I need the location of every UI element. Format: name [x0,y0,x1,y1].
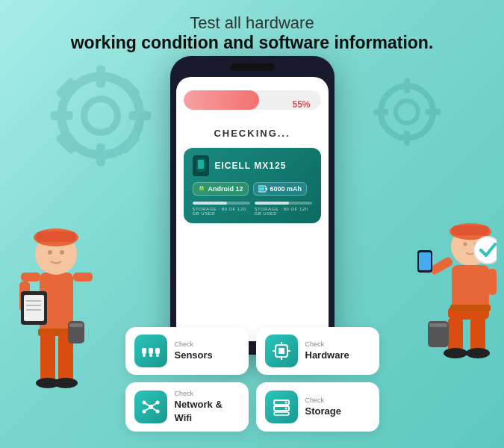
svg-rect-44 [488,269,497,295]
network-check-label: Check [175,390,240,397]
svg-rect-12 [404,78,410,93]
phone-frame: 55% CHECKING... EICELL MX125 [170,56,335,355]
hardware-icon-box [265,335,298,367]
card-sensors[interactable]: Check Sensors [125,327,249,375]
svg-point-40 [464,243,467,246]
svg-rect-29 [73,273,93,281]
svg-point-52 [474,237,497,264]
svg-rect-36 [69,323,83,327]
progress-bar-fill [184,90,259,110]
header-line1: Test all hardware [0,13,504,33]
svg-rect-31 [40,332,55,385]
svg-rect-2 [96,66,105,88]
svg-rect-53 [450,305,491,311]
svg-point-83 [142,410,146,414]
svg-rect-87 [274,412,289,415]
sensors-title: Sensors [175,349,213,361]
network-text: Check Network & Wifi [175,390,240,424]
phone-screen: 55% CHECKING... EICELL MX125 [176,77,329,341]
mini-progress-1 [193,202,250,205]
svg-rect-66 [155,348,160,354]
bg-gear-1 [45,60,157,172]
storage-row: STORAGE : 80 OF 120 GB USED STORAGE : 80… [193,202,312,216]
svg-rect-65 [149,348,153,354]
hardware-text: Check Hardware [305,340,349,361]
svg-point-59 [199,187,200,187]
svg-rect-63 [266,188,267,190]
svg-point-68 [149,354,152,357]
svg-rect-42 [452,265,489,310]
android-label: Android 12 [208,185,243,193]
svg-rect-39 [452,225,489,235]
sensors-icon-box [134,335,167,367]
phone-mockup: 55% CHECKING... EICELL MX125 [170,56,335,355]
storage-title: Storage [305,405,341,417]
mini-progress-2 [255,202,312,205]
device-badges: Android 12 6000 mAh [193,182,312,196]
svg-point-84 [155,410,159,414]
storage-check-label: Check [305,396,341,404]
hardware-check-label: Check [305,340,349,348]
card-hardware[interactable]: Check Hardware [256,327,379,375]
header-section: Test all hardware working condition and … [0,0,504,53]
mini-progress-fill-1 [193,202,227,205]
card-network[interactable]: Check Network & Wifi [125,382,249,432]
svg-point-60 [202,187,202,187]
svg-rect-14 [373,109,388,115]
svg-rect-19 [36,231,76,242]
network-title: Network & Wifi [175,399,223,423]
phone-notch [230,63,275,71]
battery-badge: 6000 mAh [253,182,308,196]
svg-point-82 [155,401,159,405]
progress-row: 55% [184,90,321,119]
svg-point-88 [284,402,287,404]
feature-cards-grid: Check Sensors Check Hardware [125,327,379,432]
svg-point-21 [60,250,64,255]
svg-point-20 [48,250,52,255]
header-line2: working condition and software informati… [0,33,504,53]
technician-left [13,175,99,407]
sensors-icon [140,343,161,358]
svg-rect-55 [429,323,447,327]
bg-gear-2 [370,75,444,149]
svg-point-34 [54,378,78,388]
svg-rect-5 [129,111,152,120]
hardware-icon [271,340,292,361]
svg-rect-57 [198,160,204,169]
svg-point-48 [444,348,467,358]
svg-rect-25 [24,295,44,321]
device-info-card: EICELL MX125 Android 12 6000 mAh [184,148,321,223]
checking-text: CHECKING... [214,128,290,139]
storage-icon-box [265,391,298,423]
mini-progress-fill-2 [255,202,289,205]
android-badge: Android 12 [193,182,249,196]
storage-label-2: STORAGE : 80 OF 120 GB USED [255,207,312,216]
hardware-title: Hardware [305,349,349,361]
progress-label: 55% [292,90,310,119]
svg-point-49 [466,348,490,358]
svg-rect-51 [419,252,431,270]
svg-point-10 [381,86,433,138]
svg-rect-64 [142,348,146,354]
svg-rect-62 [259,187,264,191]
battery-label: 6000 mAh [270,185,302,193]
network-wifi-icon [140,396,161,417]
storage-item-1: STORAGE : 80 OF 120 GB USED [193,202,250,216]
device-header: EICELL MX125 [193,155,312,176]
device-icon [193,155,209,176]
svg-point-69 [156,354,159,357]
svg-point-11 [396,101,418,123]
sensors-text: Check Sensors [175,340,213,361]
svg-rect-4 [51,111,73,120]
svg-rect-3 [96,144,105,167]
svg-rect-15 [426,109,441,115]
card-storage[interactable]: Check Storage [256,382,379,432]
network-icon-box [134,391,167,423]
svg-rect-43 [429,256,454,276]
device-name: EICELL MX125 [215,161,287,171]
storage-item-2: STORAGE : 80 OF 120 GB USED [255,202,312,216]
svg-point-89 [284,408,287,410]
storage-text: Check Storage [305,396,341,417]
storage-label-1: STORAGE : 80 OF 120 GB USED [193,207,250,216]
svg-point-81 [142,401,146,405]
